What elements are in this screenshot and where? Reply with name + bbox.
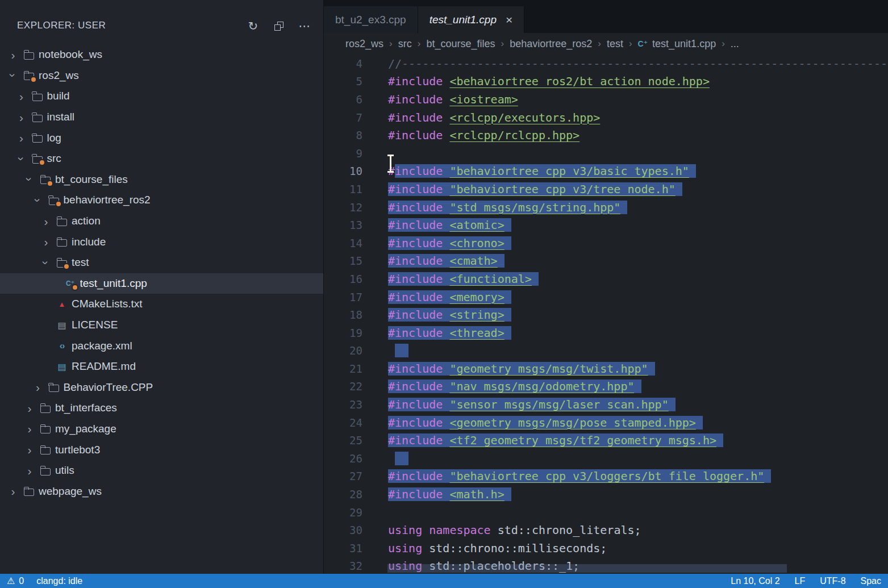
eol-sequence[interactable]: LF [795, 576, 806, 586]
code-text: #include "behaviortree_cpp_v3/tree_node.… [388, 182, 682, 196]
code-line-31[interactable]: 31using std::chrono::milliseconds; [324, 539, 888, 557]
line-number: 15 [324, 255, 362, 267]
code-line-30[interactable]: 30using namespace std::chrono_literals; [324, 521, 888, 539]
code-text: using namespace std::chrono_literals; [388, 523, 641, 537]
indentation[interactable]: Spac [861, 576, 881, 586]
tree-folder-action[interactable]: ›action [0, 211, 323, 232]
code-line-27[interactable]: 27#include "behaviortree_cpp_v3/loggers/… [324, 468, 888, 486]
line-number: 10 [324, 165, 362, 177]
code-line-9[interactable]: 9 [324, 144, 888, 162]
code-line-24[interactable]: 24#include <geometry_msgs/msg/pose_stamp… [324, 414, 888, 432]
tree-folder-install[interactable]: ›install [0, 107, 323, 128]
code-line-7[interactable]: 7#include <rclcpp/executors.hpp> [324, 109, 888, 127]
code-line-20[interactable]: 20 [324, 342, 888, 360]
code-line-21[interactable]: 21#include "geometry_msgs/msg/twist.hpp" [324, 360, 888, 378]
code-text: #include <math.h> [388, 487, 511, 501]
line-number: 17 [324, 291, 362, 303]
code-editor[interactable]: 4//-------------------------------------… [324, 55, 888, 574]
tree-folder-BehaviorTree.CPP[interactable]: ›BehaviorTree.CPP [0, 377, 323, 398]
tab-bar: bt_u2_ex3.cpptest_unit1.cpp× [324, 0, 888, 33]
code-line-23[interactable]: 23#include "sensor_msgs/msg/laser_scan.h… [324, 395, 888, 414]
code-token: #include [388, 74, 443, 88]
tree-folder-utils[interactable]: ›utils [0, 460, 323, 481]
clangd-status[interactable]: clangd: idle [36, 576, 82, 586]
code-line-4[interactable]: 4//-------------------------------------… [324, 55, 888, 73]
code-text: #include <thread> [388, 326, 511, 340]
code-line-22[interactable]: 22#include "nav_msgs/msg/odometry.hpp" [324, 378, 888, 396]
code-text: #include "behaviortree_cpp_v3/basic_type… [388, 164, 696, 178]
breadcrumb-item-src[interactable]: src [398, 38, 412, 50]
xml-file-icon: ‹› [56, 340, 68, 352]
line-number: 22 [324, 380, 362, 393]
tab-test_unit1.cpp[interactable]: test_unit1.cpp× [418, 6, 525, 33]
breadcrumb-item-bt_course_files[interactable]: bt_course_files [426, 38, 495, 50]
tree-folder-ros2_ws[interactable]: ›ros2_ws [0, 65, 323, 86]
code-line-26[interactable]: 26 [324, 449, 888, 468]
breadcrumb-item-test_unit1.cpp[interactable]: test_unit1.cpp [652, 38, 716, 50]
code-token: std::chrono::milliseconds; [422, 541, 607, 555]
code-line-28[interactable]: 28#include <math.h> [324, 485, 888, 503]
code-line-11[interactable]: 11#include "behaviortree_cpp_v3/tree_nod… [324, 180, 888, 198]
breadcrumb-item-behaviortree_ros2[interactable]: behaviortree_ros2 [510, 38, 592, 50]
more-actions-button[interactable]: ⋯ [299, 20, 311, 32]
tree-folder-bt_course_files[interactable]: ›bt_course_files [0, 169, 323, 190]
code-token [505, 326, 511, 340]
code-line-17[interactable]: 17#include <memory> [324, 288, 888, 306]
code-token [648, 362, 655, 376]
line-number: 13 [324, 219, 362, 231]
tree-file-package.xml[interactable]: ‹›package.xml [0, 335, 323, 356]
tree-folder-behaviortree_ros2[interactable]: ›behaviortree_ros2 [0, 190, 323, 211]
tree-folder-bt_interfaces[interactable]: ›bt_interfaces [0, 398, 323, 419]
tree-file-LICENSE[interactable]: ▤LICENSE [0, 315, 323, 336]
code-line-18[interactable]: 18#include <string> [324, 306, 888, 324]
tree-folder-src[interactable]: ›src [0, 148, 323, 169]
line-number: 23 [324, 398, 362, 411]
tree-folder-turtlebot3[interactable]: ›turtlebot3 [0, 439, 323, 460]
tree-item-label: src [47, 152, 61, 165]
tree-folder-test[interactable]: ›test [0, 252, 323, 273]
warnings-indicator[interactable]: ⚠0 [7, 576, 24, 586]
code-line-16[interactable]: 16#include <functional> [324, 270, 888, 288]
chevron-right-icon: › [15, 132, 28, 144]
code-line-15[interactable]: 15#include <cmath> [324, 252, 888, 270]
tree-file-README.md[interactable]: ▤README.md [0, 356, 323, 377]
breadcrumb-separator-icon: › [418, 38, 421, 49]
code-token [443, 326, 449, 340]
refresh-explorer-button[interactable]: ↻ [248, 20, 258, 32]
breadcrumb-item-test[interactable]: test [607, 38, 623, 50]
folder-icon [56, 236, 68, 248]
code-line-13[interactable]: 13#include <atomic> [324, 216, 888, 234]
code-line-19[interactable]: 19#include <thread> [324, 324, 888, 342]
code-line-10[interactable]: 10#include "behaviortree_cpp_v3/basic_ty… [324, 162, 888, 181]
tree-item-label: utils [55, 464, 74, 477]
collapse-folders-button[interactable] [273, 20, 284, 31]
tree-folder-my_package[interactable]: ›my_package [0, 419, 323, 440]
chevron-down-icon: › [15, 152, 27, 165]
tree-folder-webpage_ws[interactable]: ›webpage_ws [0, 481, 323, 502]
code-line-29[interactable]: 29 [324, 503, 888, 522]
breadcrumb-item-...[interactable]: ... [731, 38, 739, 50]
chevron-right-icon: › [23, 402, 36, 414]
tree-item-label: bt_course_files [55, 173, 128, 186]
code-text [388, 452, 408, 465]
warning-count: 0 [19, 576, 24, 586]
tree-file-CMakeLists.txt[interactable]: ▲CMakeLists.txt [0, 294, 323, 315]
code-line-14[interactable]: 14#include <chrono> [324, 234, 888, 252]
close-tab-icon[interactable]: × [506, 13, 512, 27]
tree-file-test_unit1.cpp[interactable]: C⁺test_unit1.cpp [0, 273, 323, 294]
code-token: "nav_msgs/msg/odometry.hpp" [449, 380, 634, 393]
horizontal-scrollbar[interactable] [387, 564, 787, 573]
tree-folder-notebook_ws[interactable]: ›notebook_ws [0, 44, 323, 65]
tree-folder-build[interactable]: ›build [0, 86, 323, 107]
code-line-8[interactable]: 8#include <rclcpp/rclcpp.hpp> [324, 126, 888, 144]
cursor-position[interactable]: Ln 10, Col 2 [731, 576, 779, 586]
tree-folder-log[interactable]: ›log [0, 127, 323, 148]
tab-bt_u2_ex3.cpp[interactable]: bt_u2_ex3.cpp [324, 6, 418, 33]
code-line-25[interactable]: 25#include <tf2_geometry_msgs/tf2_geomet… [324, 431, 888, 449]
encoding[interactable]: UTF-8 [820, 576, 845, 586]
code-line-6[interactable]: 6#include <iostream> [324, 90, 888, 109]
code-line-5[interactable]: 5#include <behaviortree_ros2/bt_action_n… [324, 73, 888, 91]
breadcrumb-item-ros2_ws[interactable]: ros2_ws [345, 38, 383, 50]
code-line-12[interactable]: 12#include "std_msgs/msg/string.hpp" [324, 198, 888, 216]
tree-folder-include[interactable]: ›include [0, 231, 323, 252]
